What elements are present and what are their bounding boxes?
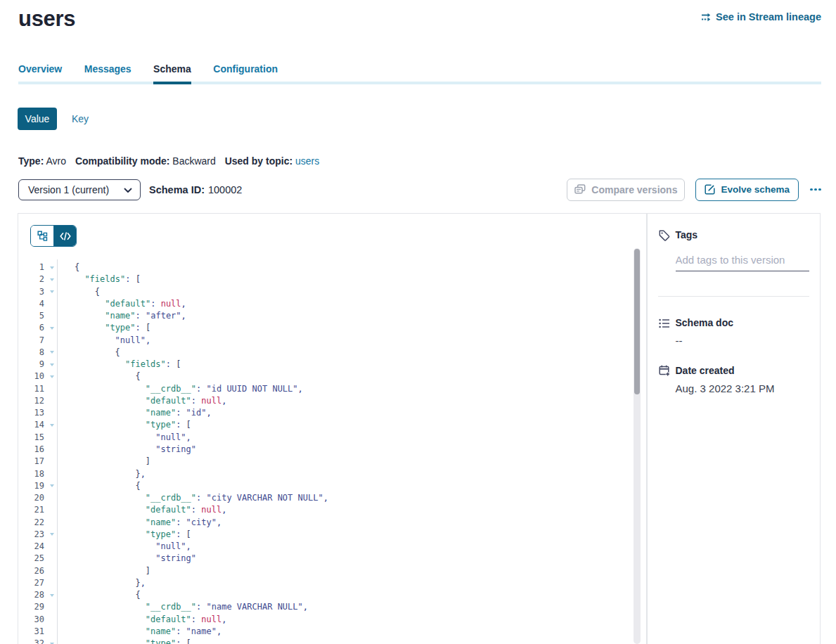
line-number: 21 — [18, 504, 44, 516]
collapse-toggle-icon[interactable] — [50, 327, 54, 330]
value-toggle-button[interactable]: Value — [18, 108, 57, 130]
tab-bar: Overview Messages Schema Configuration — [18, 62, 821, 84]
date-created-title: Date created — [676, 365, 735, 376]
collapse-toggle-icon[interactable] — [50, 363, 54, 366]
code-view-toggle[interactable] — [53, 226, 76, 246]
line-number: 6 — [18, 322, 44, 334]
collapse-toggle-icon[interactable] — [50, 594, 54, 597]
line-number: 22 — [18, 517, 44, 529]
code-line: 24"null", — [18, 541, 632, 553]
code-text: "fields": [ — [84, 273, 140, 285]
line-number: 8 — [18, 347, 44, 359]
line-number: 32 — [18, 638, 44, 644]
ellipsis-icon — [810, 188, 813, 191]
code-line: 19{ — [18, 480, 632, 492]
code-text: ] — [146, 565, 150, 577]
code-text: "type": [ — [146, 419, 191, 431]
code-line: 27}, — [18, 577, 632, 589]
schema-id-value: 100002 — [208, 184, 242, 195]
compare-versions-button[interactable]: Compare versions — [567, 179, 685, 201]
evolve-schema-icon — [705, 184, 715, 195]
schema-doc-icon — [659, 318, 670, 328]
used-by-topic-label: Used by topic: — [225, 155, 292, 167]
code-line: 30"default": null, — [18, 614, 632, 626]
code-line: 5"name": "after", — [18, 310, 632, 322]
tab-schema[interactable]: Schema — [153, 62, 191, 84]
compatibility-value: Backward — [172, 155, 215, 167]
line-number: 19 — [18, 480, 44, 492]
code-text: "name": "after", — [105, 310, 186, 322]
see-in-stream-lineage-link[interactable]: See in Stream lineage — [701, 11, 821, 22]
code-text: "fields": [ — [125, 359, 181, 371]
more-options-button[interactable] — [810, 179, 821, 201]
collapse-toggle-icon[interactable] — [50, 533, 54, 536]
tab-track — [18, 82, 821, 84]
page-title: users — [18, 6, 75, 32]
line-number: 14 — [18, 419, 44, 431]
compare-versions-icon — [574, 184, 586, 195]
tree-view-toggle[interactable] — [31, 226, 53, 246]
type-label: Type: — [18, 155, 44, 167]
code-view-icon — [60, 232, 71, 240]
code-text: "default": null, — [146, 614, 227, 626]
code-text: "string" — [155, 553, 196, 565]
scrollbar-thumb[interactable] — [634, 249, 640, 394]
collapse-toggle-icon[interactable] — [50, 424, 54, 427]
code-line: 20"__crdb__": "city VARCHAR NOT NULL", — [18, 492, 632, 504]
code-line: 31"name": "name", — [18, 626, 632, 638]
code-line: 8{ — [18, 347, 632, 359]
code-line: 7"null", — [18, 335, 632, 347]
code-text: "null", — [155, 432, 191, 444]
version-controls-row: Version 1 (current) Schema ID: 100002 Co… — [18, 178, 821, 201]
tab-overview[interactable]: Overview — [18, 62, 62, 84]
type-value: Avro — [46, 155, 66, 167]
compatibility-label: Compatibility mode: — [75, 155, 170, 167]
collapse-toggle-icon[interactable] — [50, 278, 54, 281]
code-line: 18}, — [18, 468, 632, 480]
code-line: 21"default": null, — [18, 504, 632, 516]
code-text: "default": null, — [146, 395, 227, 407]
collapse-toggle-icon[interactable] — [50, 266, 54, 269]
tab-messages[interactable]: Messages — [84, 62, 131, 84]
code-text: "string" — [155, 444, 196, 456]
code-text: "name": "city", — [146, 517, 221, 529]
line-number: 17 — [18, 456, 44, 468]
code-line: 11"__crdb__": "id UUID NOT NULL", — [18, 383, 632, 395]
line-number: 10 — [18, 371, 44, 382]
version-select[interactable]: Version 1 (current) — [18, 179, 141, 200]
line-number: 3 — [18, 286, 44, 298]
line-number: 5 — [18, 310, 44, 322]
code-line: 26] — [18, 565, 632, 577]
add-tags-input[interactable] — [676, 249, 809, 271]
schema-view-toggle — [30, 225, 77, 247]
date-created-icon — [659, 365, 671, 377]
code-text: }, — [135, 577, 145, 589]
key-toggle-button[interactable]: Key — [72, 113, 89, 124]
tags-section-title: Tags — [676, 229, 698, 240]
topic-link[interactable]: users — [295, 155, 319, 167]
collapse-toggle-icon[interactable] — [50, 375, 54, 378]
code-line: 15"null", — [18, 432, 632, 444]
line-number: 2 — [18, 273, 44, 285]
collapse-toggle-icon[interactable] — [50, 484, 54, 487]
code-text: "name": "id", — [146, 407, 212, 419]
schema-code-column: 1{2"fields": [3{4"default": null,5"name"… — [18, 214, 647, 644]
code-line: 1{ — [18, 262, 632, 273]
line-number: 7 — [18, 335, 44, 347]
tag-icon — [659, 230, 670, 241]
code-text: "__crdb__": "name VARCHAR NULL", — [146, 601, 308, 613]
schema-doc-title: Schema doc — [676, 317, 733, 328]
line-number: 24 — [18, 541, 44, 553]
code-line: 28{ — [18, 589, 632, 601]
line-number: 26 — [18, 565, 44, 577]
code-text: "default": null, — [146, 504, 227, 516]
collapse-toggle-icon[interactable] — [50, 290, 54, 293]
schema-doc-value: -- — [676, 335, 683, 347]
code-text: "name": "name", — [146, 626, 221, 638]
code-line: 23"type": [ — [18, 529, 632, 541]
schema-detail-sidebar: Tags Schema doc -- Date created Aug. 3 2… — [647, 214, 821, 644]
code-text: ] — [146, 456, 150, 468]
evolve-schema-button[interactable]: Evolve schema — [695, 179, 799, 201]
collapse-toggle-icon[interactable] — [50, 351, 54, 354]
tab-configuration[interactable]: Configuration — [213, 62, 278, 84]
